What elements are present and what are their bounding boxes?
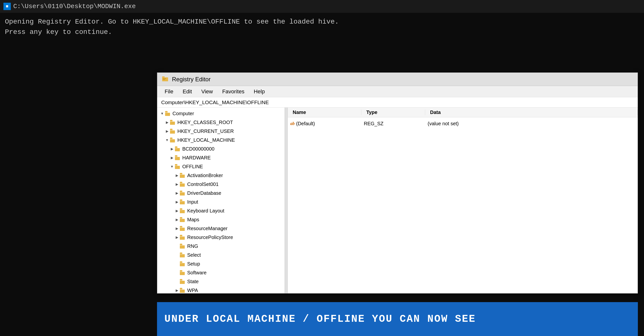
registry-body: ▼ Computer ▶ HKEY_CLASSES_ROOT ▶ <box>157 108 638 293</box>
detail-type-default: REG_SZ <box>362 121 425 126</box>
tree-label-wpa: WPA <box>187 288 198 293</box>
tree-item-rng[interactable]: RNG <box>157 242 284 251</box>
tree-label-computer: Computer <box>172 111 194 116</box>
tree-label-bcd: BCD00000000 <box>182 146 214 152</box>
tree-arrow-offline: ▼ <box>170 164 174 169</box>
tree-label-hklm: HKEY_LOCAL_MACHINE <box>178 137 235 143</box>
registry-title-bar: Registry Editor <box>157 73 638 86</box>
terminal-line2: Press any key to continue. <box>5 27 339 37</box>
tree-arrow-maps: ▶ <box>174 218 179 222</box>
detail-rows: ab (Default) REG_SZ (value not set) <box>288 117 638 130</box>
tree-folder-icon-select <box>179 252 186 257</box>
tree-item-keyboardlayout[interactable]: ▶ Keyboard Layout <box>157 206 284 215</box>
tree-item-controlset001[interactable]: ▶ ControlSet001 <box>157 180 284 189</box>
tree-arrow-rng <box>174 244 179 248</box>
tree-arrow-bcd: ▶ <box>170 147 174 151</box>
tree-item-hkcu[interactable]: ▶ HKEY_CURRENT_USER <box>157 127 284 136</box>
menu-favorites[interactable]: Favorites <box>218 87 248 96</box>
tree-folder-icon-computer <box>164 111 171 116</box>
tree-item-hkcr[interactable]: ▶ HKEY_CLASSES_ROOT <box>157 118 284 127</box>
tree-folder-icon-keyboardlayout <box>179 208 186 213</box>
tree-label-resourcemanager: ResourceManager <box>187 226 228 231</box>
terminal-line1: Opening Registry Editor. Go to HKEY_LOCA… <box>5 17 339 27</box>
tree-label-software: Software <box>187 270 206 276</box>
tree-scrollbar[interactable] <box>285 108 288 293</box>
tree-arrow-input: ▶ <box>174 200 179 204</box>
tree-label-activationbroker: ActivationBroker <box>187 173 223 178</box>
tree-folder-icon-setup <box>179 261 186 266</box>
tree-label-resourcepolicystore: ResourcePolicyStore <box>187 235 233 240</box>
tree-folder-icon-maps <box>179 217 186 222</box>
tree-item-maps[interactable]: ▶ Maps <box>157 215 284 224</box>
tree-folder-icon-resourcemanager <box>179 226 186 231</box>
menu-edit[interactable]: Edit <box>178 87 196 96</box>
menu-file[interactable]: File <box>161 87 177 96</box>
registry-title: Registry Editor <box>172 76 210 83</box>
tree-label-controlset001: ControlSet001 <box>187 182 218 187</box>
tree-folder-icon-input <box>179 200 186 204</box>
tree-arrow-select <box>174 253 179 257</box>
tree-item-select[interactable]: Select <box>157 251 284 259</box>
tree-item-activationbroker[interactable]: ▶ ActivationBroker <box>157 171 284 180</box>
detail-col-data: Data <box>425 110 638 115</box>
tree-item-resourcemanager[interactable]: ▶ ResourceManager <box>157 224 284 233</box>
menu-help[interactable]: Help <box>250 87 269 96</box>
tree-arrow-keyboardlayout: ▶ <box>174 209 179 213</box>
tree-label-state: State <box>187 279 199 284</box>
tree-item-wpa[interactable]: ▶ WPA <box>157 286 284 293</box>
tree-folder-icon-resourcepolicystore <box>179 235 186 240</box>
detail-name-label: (Default) <box>296 121 315 126</box>
registry-tree[interactable]: ▼ Computer ▶ HKEY_CLASSES_ROOT ▶ <box>157 108 285 293</box>
tree-item-bcd[interactable]: ▶ BCD00000000 <box>157 144 284 153</box>
tree-item-setup[interactable]: Setup <box>157 259 284 268</box>
tree-folder-icon-wpa <box>179 288 186 293</box>
detail-row-default[interactable]: ab (Default) REG_SZ (value not set) <box>288 119 638 128</box>
svg-rect-3 <box>163 79 165 80</box>
tree-label-offline: OFFLINE <box>182 164 203 170</box>
tree-folder-icon-rng <box>179 244 186 249</box>
menu-view[interactable]: View <box>197 87 217 96</box>
tree-arrow-driverdatabase: ▶ <box>174 191 179 195</box>
tree-arrow-controlset001: ▶ <box>174 182 179 186</box>
svg-rect-1 <box>162 76 164 78</box>
terminal-title-bar: ■ C:\Users\0110\Desktop\MODWIN.exe <box>0 0 644 13</box>
tree-item-driverdatabase[interactable]: ▶ DriverDatabase <box>157 189 284 198</box>
tree-item-resourcepolicystore[interactable]: ▶ ResourcePolicyStore <box>157 233 284 242</box>
tree-item-computer[interactable]: ▼ Computer <box>157 109 284 118</box>
tree-folder-icon-software <box>179 270 186 275</box>
tree-item-hklm[interactable]: ▼ HKEY_LOCAL_MACHINE <box>157 136 284 144</box>
tree-label-keyboardlayout: Keyboard Layout <box>187 208 224 214</box>
tree-folder-icon-controlset001 <box>179 182 186 187</box>
tree-label-driverdatabase: DriverDatabase <box>187 190 221 196</box>
tree-item-software[interactable]: Software <box>157 268 284 277</box>
tree-folder-icon-state <box>179 279 186 284</box>
tree-item-input[interactable]: ▶ Input <box>157 198 284 206</box>
tree-folder-icon-bcd <box>174 146 181 151</box>
tree-arrow-hkcu: ▶ <box>164 129 170 133</box>
tree-label-select: Select <box>187 252 201 258</box>
tree-item-hardware[interactable]: ▶ HARDWARE <box>157 153 284 162</box>
terminal-content: Opening Registry Editor. Go to HKEY_LOCA… <box>0 13 344 41</box>
terminal-title: C:\Users\0110\Desktop\MODWIN.exe <box>13 3 136 10</box>
tree-folder-icon-hkcu <box>170 129 176 134</box>
tree-arrow-software <box>174 271 179 275</box>
tree-item-offline[interactable]: ▼ OFFLINE <box>157 162 284 171</box>
registry-address-text: Computer\HKEY_LOCAL_MACHINE\OFFLINE <box>161 99 269 105</box>
tree-item-state[interactable]: State <box>157 277 284 286</box>
registry-address-bar[interactable]: Computer\HKEY_LOCAL_MACHINE\OFFLINE <box>157 97 638 108</box>
tree-label-hardware: HARDWARE <box>182 155 211 161</box>
detail-data-default: (value not set) <box>425 121 638 126</box>
tree-arrow-activationbroker: ▶ <box>174 174 179 177</box>
tree-arrow-resourcemanager: ▶ <box>174 226 179 230</box>
tree-label-rng: RNG <box>187 243 198 249</box>
registry-editor-window: Registry Editor File Edit View Favorites… <box>157 72 638 293</box>
banner-text: UNDER LOCAL MACHINE / OFFLINE YOU CAN NO… <box>164 313 476 325</box>
detail-col-name: Name <box>288 110 362 115</box>
tree-arrow-state <box>174 279 179 283</box>
svg-rect-2 <box>163 78 166 79</box>
tree-folder-icon-hkcr <box>170 120 176 125</box>
ab-icon: ab <box>290 121 295 126</box>
tree-arrow-wpa: ▶ <box>174 288 179 292</box>
tree-folder-icon-hklm <box>170 137 176 142</box>
registry-detail-panel: Name Type Data ab (Default) REG_SZ (valu… <box>288 108 638 293</box>
